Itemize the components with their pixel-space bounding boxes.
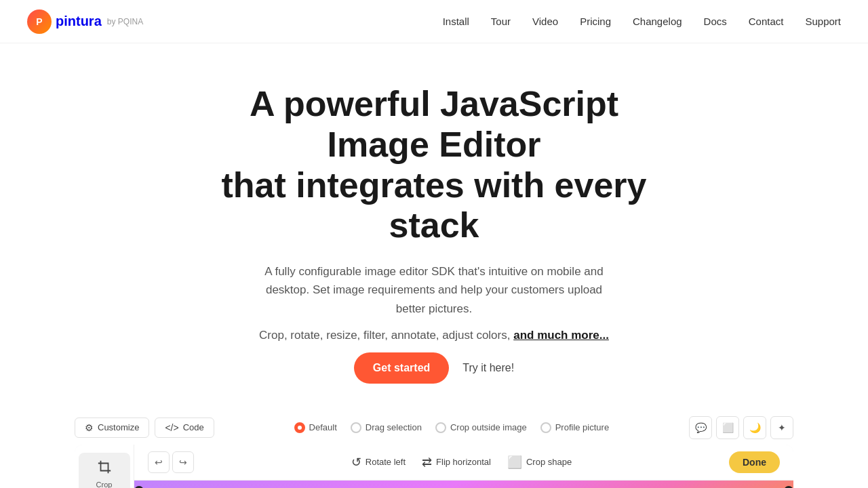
- nav-link-docs[interactable]: Docs: [704, 16, 727, 27]
- logo-text: pintura: [56, 14, 102, 29]
- code-label: Code: [183, 422, 204, 432]
- sidebar-item-crop[interactable]: Crop: [79, 453, 130, 488]
- sidebar-label-crop: Crop: [96, 481, 113, 488]
- radio-circle-profile: [540, 422, 551, 433]
- editor-main: ↩ ↪ ↺ Rotate left ⇄ Flip horizontal: [134, 445, 793, 488]
- radio-circle-default: [294, 422, 305, 433]
- window-icon: ⬜: [722, 422, 734, 433]
- nav-link-contact[interactable]: Contact: [749, 16, 784, 27]
- get-started-button[interactable]: Get started: [354, 352, 449, 384]
- hero-description: A fully configurable image editor SDK th…: [251, 262, 617, 318]
- redo-button[interactable]: ↪: [172, 451, 194, 473]
- try-here-text: Try it here!: [462, 362, 514, 374]
- logo-icon: P: [27, 9, 52, 34]
- editor-canvas: [134, 481, 793, 488]
- editor-container: CropFinetuneFilter ↩ ↪ ↺ Rotate left: [75, 445, 793, 488]
- done-button[interactable]: Done: [729, 451, 780, 473]
- flip-horizontal-tool[interactable]: ⇄ Flip horizontal: [422, 455, 491, 470]
- cloud-overlay: [134, 481, 793, 488]
- nav-link-changelog[interactable]: Changelog: [633, 16, 682, 27]
- editor-actions: ↩ ↪: [148, 451, 194, 473]
- undo-icon: ↩: [155, 457, 163, 468]
- logo-by: by PQINA: [107, 17, 143, 26]
- demo-wrapper: ⚙ Customize </> Code DefaultDrag selecti…: [47, 411, 821, 488]
- star-icon: ✦: [778, 422, 786, 433]
- customize-icon: ⚙: [85, 422, 94, 433]
- crop-shape-tool[interactable]: ⬜ Crop shape: [507, 455, 572, 470]
- nav-link-pricing[interactable]: Pricing: [580, 16, 611, 27]
- nav-link-tour[interactable]: Tour: [491, 16, 511, 27]
- toolbar-left: ⚙ Customize </> Code: [75, 418, 214, 438]
- rotate-left-label: Rotate left: [366, 457, 406, 467]
- rotate-left-tool[interactable]: ↺ Rotate left: [351, 455, 406, 470]
- nav-link-install[interactable]: Install: [443, 16, 469, 27]
- customize-button[interactable]: ⚙ Customize: [75, 418, 149, 438]
- logo-link[interactable]: P pintura by PQINA: [27, 9, 143, 34]
- undo-button[interactable]: ↩: [148, 451, 170, 473]
- flip-horizontal-label: Flip horizontal: [436, 457, 491, 467]
- flip-horizontal-icon: ⇄: [422, 455, 432, 470]
- demo-toolbar: ⚙ Customize </> Code DefaultDrag selecti…: [75, 411, 793, 445]
- crop-shape-label: Crop shape: [526, 457, 572, 467]
- radio-label-default: Default: [309, 422, 337, 432]
- nav-link-video[interactable]: Video: [532, 16, 558, 27]
- hero-features: Crop, rotate, resize, filter, annotate, …: [251, 326, 617, 344]
- navigation: P pintura by PQINA InstallTourVideoPrici…: [0, 0, 868, 43]
- radio-label-drag: Drag selection: [366, 422, 422, 432]
- redo-icon: ↪: [179, 457, 187, 468]
- nav-links: InstallTourVideoPricingChangelogDocsCont…: [443, 16, 841, 28]
- moon-icon: 🌙: [749, 422, 761, 433]
- editor-top-bar: ↩ ↪ ↺ Rotate left ⇄ Flip horizontal: [134, 445, 793, 481]
- hero-section: A powerful JavaScript Image Editor that …: [0, 43, 868, 411]
- code-button[interactable]: </> Code: [155, 418, 214, 438]
- crop-icon: [97, 460, 112, 478]
- features-link[interactable]: and much more...: [513, 329, 609, 342]
- radio-outside[interactable]: Crop outside image: [435, 422, 527, 433]
- comment-icon-btn[interactable]: 💬: [689, 416, 712, 439]
- toolbar-right: 💬 ⬜ 🌙 ✦: [689, 416, 793, 439]
- radio-profile[interactable]: Profile picture: [540, 422, 609, 433]
- customize-label: Customize: [98, 422, 139, 432]
- hero-title: A powerful JavaScript Image Editor that …: [197, 84, 671, 246]
- comment-icon: 💬: [695, 422, 707, 433]
- radio-drag[interactable]: Drag selection: [351, 422, 422, 433]
- radio-label-outside: Crop outside image: [450, 422, 527, 432]
- radio-default[interactable]: Default: [294, 422, 337, 433]
- moon-icon-btn[interactable]: 🌙: [743, 416, 766, 439]
- star-icon-btn[interactable]: ✦: [770, 416, 793, 439]
- crop-shape-icon: ⬜: [507, 455, 522, 470]
- radio-circle-outside: [435, 422, 446, 433]
- radio-circle-drag: [351, 422, 361, 433]
- rotate-left-icon: ↺: [351, 455, 361, 470]
- editor-sidebar: CropFinetuneFilter: [75, 445, 134, 488]
- code-icon: </>: [165, 422, 178, 433]
- window-icon-btn[interactable]: ⬜: [716, 416, 739, 439]
- toolbar-center: DefaultDrag selectionCrop outside imageP…: [294, 422, 610, 433]
- hero-cta: Get started Try it here!: [14, 352, 854, 384]
- radio-label-profile: Profile picture: [555, 422, 609, 432]
- nav-link-support[interactable]: Support: [805, 16, 841, 27]
- crop-tools: ↺ Rotate left ⇄ Flip horizontal ⬜ Crop s…: [351, 455, 572, 470]
